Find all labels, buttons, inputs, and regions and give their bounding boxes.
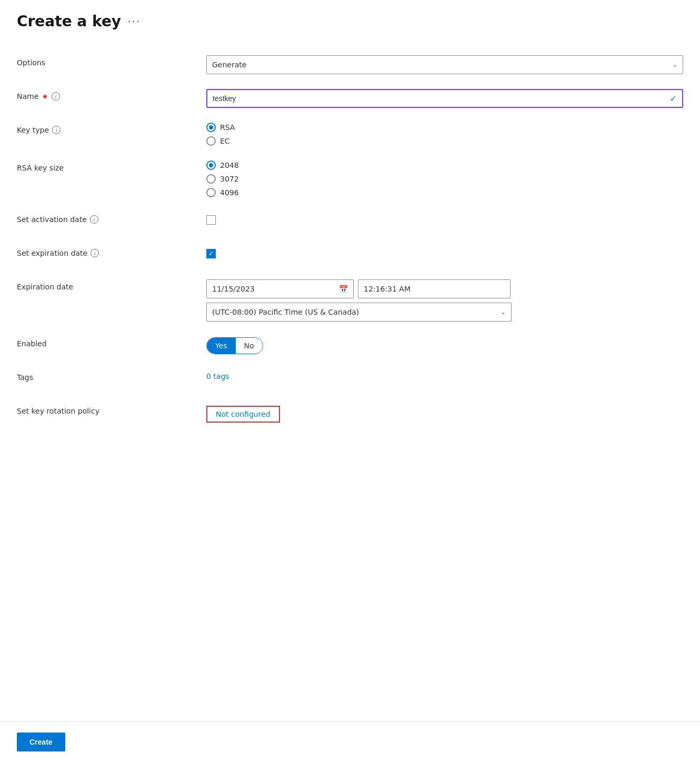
size-4096-label: 4096 — [220, 188, 239, 197]
expiration-date-value: 11/15/2023 — [212, 285, 255, 293]
size-3072-radio[interactable] — [206, 174, 216, 184]
chevron-down-icon: ⌄ — [672, 61, 677, 68]
size-2048-radio[interactable] — [206, 161, 216, 170]
toggle-yes-option[interactable]: Yes — [207, 338, 236, 354]
tags-link[interactable]: 0 tags — [206, 372, 229, 380]
create-button[interactable]: Create — [17, 733, 65, 751]
tags-label: Tags — [17, 373, 33, 382]
toggle-no-option[interactable]: No — [236, 338, 263, 354]
key-type-ec[interactable]: EC — [206, 136, 683, 146]
expiration-date-label: Set expiration date — [17, 249, 87, 257]
expiration-date-info-icon[interactable]: i — [91, 249, 99, 257]
name-input-wrapper: ✓ — [206, 89, 683, 108]
expiration-date-value-row: Expiration date 11/15/2023 📅 12:16:31 AM — [17, 279, 683, 322]
timezone-value: (UTC-08:00) Pacific Time (US & Canada) — [212, 308, 359, 316]
expiration-fields: 11/15/2023 📅 12:16:31 AM (UTC-08:00) Pac… — [206, 279, 683, 322]
rsa-radio-button[interactable] — [206, 123, 216, 132]
calendar-icon: 📅 — [339, 285, 348, 293]
key-type-info-icon[interactable]: i — [52, 126, 61, 134]
key-type-row: Key type i RSA EC — [17, 123, 683, 146]
key-size-4096[interactable]: 4096 — [206, 188, 683, 197]
tags-row: Tags 0 tags — [17, 370, 683, 389]
expiration-time-input[interactable]: 12:16:31 AM — [358, 279, 511, 298]
checkbox-check-icon: ✓ — [208, 250, 214, 257]
more-options-icon[interactable]: ··· — [127, 15, 141, 28]
footer: Create — [0, 721, 700, 762]
name-row: Name ★ i ✓ — [17, 89, 683, 108]
ec-label: EC — [220, 137, 230, 145]
expiration-time-value: 12:16:31 AM — [364, 285, 411, 293]
activation-date-row: Set activation date i — [17, 212, 683, 231]
key-type-rsa[interactable]: RSA — [206, 123, 683, 132]
options-row: Options Generate ⌄ — [17, 55, 683, 74]
timezone-chevron-icon: ⌄ — [501, 308, 506, 316]
key-type-radio-group: RSA EC — [206, 123, 683, 146]
size-3072-label: 3072 — [220, 175, 239, 183]
not-configured-text: Not configured — [216, 410, 271, 418]
size-2048-label: 2048 — [220, 161, 239, 169]
rsa-key-size-label: RSA key size — [17, 164, 64, 172]
toggle-track[interactable]: Yes No — [206, 337, 263, 354]
rotation-policy-row: Set key rotation policy Not configured — [17, 404, 683, 423]
activation-date-info-icon[interactable]: i — [90, 215, 98, 224]
name-info-icon[interactable]: i — [52, 92, 60, 101]
enabled-label: Enabled — [17, 339, 47, 348]
rotation-policy-label: Set key rotation policy — [17, 407, 99, 415]
check-icon: ✓ — [670, 94, 682, 104]
key-size-2048[interactable]: 2048 — [206, 161, 683, 170]
activation-date-label: Set activation date — [17, 215, 87, 224]
expiration-label: Expiration date — [17, 283, 73, 291]
required-indicator: ★ — [42, 92, 48, 101]
options-value: Generate — [212, 61, 246, 69]
ec-radio-button[interactable] — [206, 136, 216, 146]
timezone-select[interactable]: (UTC-08:00) Pacific Time (US & Canada) ⌄ — [206, 303, 512, 322]
key-size-3072[interactable]: 3072 — [206, 174, 683, 184]
options-label: Options — [17, 58, 45, 67]
not-configured-button[interactable]: Not configured — [206, 406, 280, 423]
expiration-date-checkbox-row: Set expiration date i ✓ — [17, 246, 683, 265]
size-4096-radio[interactable] — [206, 188, 216, 197]
activation-date-checkbox[interactable] — [206, 215, 216, 225]
name-input[interactable] — [207, 91, 670, 106]
enabled-toggle[interactable]: Yes No — [206, 337, 683, 354]
rsa-key-size-radio-group: 2048 3072 4096 — [206, 161, 683, 197]
enabled-row: Enabled Yes No — [17, 336, 683, 355]
options-select[interactable]: Generate ⌄ — [206, 55, 683, 74]
rsa-key-size-row: RSA key size 2048 3072 — [17, 161, 683, 197]
key-type-label: Key type — [17, 126, 49, 134]
rsa-label: RSA — [220, 123, 235, 132]
expiration-date-checkbox[interactable]: ✓ — [206, 249, 216, 258]
name-label: Name — [17, 92, 38, 101]
expiration-date-input[interactable]: 11/15/2023 📅 — [206, 279, 354, 298]
page-title: Create a key — [17, 13, 121, 30]
